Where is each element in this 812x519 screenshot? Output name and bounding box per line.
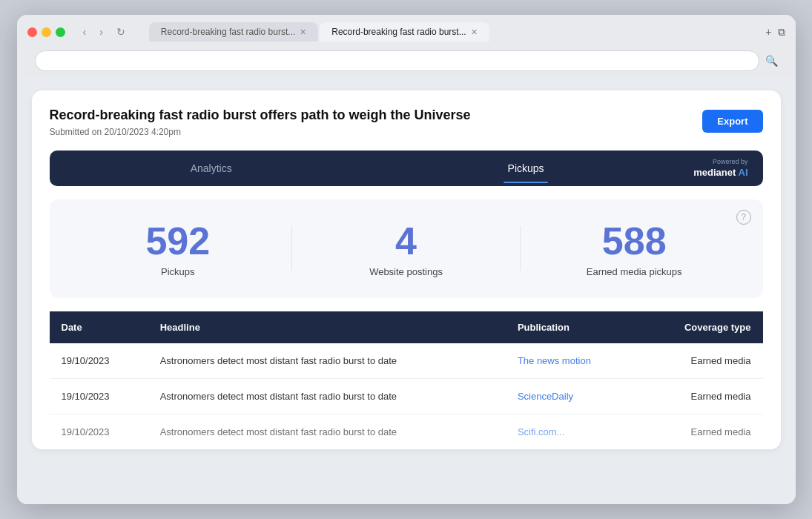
publication-link[interactable]: ScienceDaily bbox=[518, 391, 573, 402]
minimize-button[interactable] bbox=[42, 27, 51, 37]
stat-pickups-label: Pickups bbox=[65, 266, 292, 277]
article-info: Record-breaking fast radio burst offers … bbox=[50, 107, 471, 137]
stat-earned-number: 588 bbox=[521, 220, 748, 262]
powered-by-text: Powered by bbox=[693, 158, 747, 165]
tab-pickups[interactable]: Pickups bbox=[369, 155, 683, 182]
browser-controls: ‹ › ↻ Record-breaking fast radio burst..… bbox=[27, 22, 785, 42]
col-date: Date bbox=[50, 311, 148, 343]
tab-label: Record-breaking fast radio burst... bbox=[161, 27, 295, 37]
stat-pickups-number: 592 bbox=[65, 220, 292, 262]
table-row: 19/10/2023 Astronomers detect most dista… bbox=[50, 414, 763, 449]
browser-nav: ‹ › ↻ bbox=[80, 24, 128, 39]
tab-label-active: Record-breaking fast radio burst... bbox=[331, 27, 466, 37]
col-coverage-type: Coverage type bbox=[639, 311, 763, 343]
cell-publication[interactable]: The news motion bbox=[506, 343, 639, 379]
browser-window: ‹ › ↻ Record-breaking fast radio burst..… bbox=[17, 15, 796, 504]
refresh-button[interactable]: ↻ bbox=[113, 24, 128, 39]
table-row: 19/10/2023 Astronomers detect most dista… bbox=[50, 378, 763, 414]
cell-publication[interactable]: Scifi.com... bbox=[506, 414, 639, 449]
cell-publication[interactable]: ScienceDaily bbox=[506, 378, 639, 414]
stat-website-label: Website postings bbox=[292, 266, 520, 277]
forward-button[interactable]: › bbox=[96, 24, 106, 39]
back-button[interactable]: ‹ bbox=[80, 24, 90, 39]
publication-link[interactable]: The news motion bbox=[518, 355, 591, 366]
tab-close-1[interactable]: ✕ bbox=[300, 27, 306, 37]
address-bar[interactable] bbox=[35, 50, 759, 71]
browser-tab-2[interactable]: Record-breaking fast radio burst... ✕ bbox=[320, 22, 489, 42]
new-tab-button[interactable]: + bbox=[765, 26, 771, 38]
cell-headline: Astronomers detect most distant fast rad… bbox=[148, 343, 506, 379]
article-title: Record-breaking fast radio burst offers … bbox=[50, 107, 471, 124]
stat-earned-label: Earned media pickups bbox=[521, 266, 748, 277]
tab-navigation: Analytics Pickups Powered by medianet AI bbox=[50, 151, 763, 186]
traffic-lights bbox=[27, 27, 65, 37]
browser-tabs: Record-breaking fast radio burst... ✕ Re… bbox=[149, 22, 759, 42]
search-icon[interactable]: 🔍 bbox=[765, 55, 778, 67]
address-bar-row: 🔍 bbox=[27, 46, 785, 77]
stat-earned-media: 588 Earned media pickups bbox=[521, 220, 748, 277]
stat-pickups: 592 Pickups bbox=[65, 220, 292, 277]
cell-coverage-type: Earned media bbox=[639, 378, 763, 414]
col-headline: Headline bbox=[148, 311, 506, 343]
cell-coverage-type: Earned media bbox=[639, 343, 763, 379]
cell-headline: Astronomers detect most distant fast rad… bbox=[148, 378, 506, 414]
table-row: 19/10/2023 Astronomers detect most dista… bbox=[50, 343, 763, 379]
page-card: Record-breaking fast radio burst offers … bbox=[32, 90, 781, 449]
browser-content: Record-breaking fast radio burst offers … bbox=[17, 77, 796, 504]
cell-coverage-type: Earned media bbox=[639, 414, 763, 449]
cell-headline: Astronomers detect most distant fast rad… bbox=[148, 414, 506, 449]
col-publication: Publication bbox=[506, 311, 639, 343]
window-control-button[interactable]: ⧉ bbox=[778, 26, 785, 39]
browser-tab-1[interactable]: Record-breaking fast radio burst... ✕ bbox=[149, 22, 318, 42]
article-subtitle: Submitted on 20/10/2023 4:20pm bbox=[50, 127, 471, 137]
browser-titlebar: ‹ › ↻ Record-breaking fast radio burst..… bbox=[17, 15, 796, 77]
tab-analytics[interactable]: Analytics bbox=[54, 155, 369, 182]
publication-link[interactable]: Scifi.com... bbox=[518, 426, 565, 437]
close-button[interactable] bbox=[27, 27, 37, 37]
cell-date: 19/10/2023 bbox=[50, 343, 148, 379]
pickups-table: Date Headline Publication Coverage type … bbox=[50, 311, 763, 449]
help-icon[interactable]: ? bbox=[736, 210, 751, 225]
brand-name: medianet AI bbox=[693, 167, 747, 178]
export-button[interactable]: Export bbox=[702, 110, 762, 133]
tab-close-2[interactable]: ✕ bbox=[471, 27, 478, 37]
maximize-button[interactable] bbox=[56, 27, 65, 37]
stats-card: ? 592 Pickups 4 Website postings 588 Ear… bbox=[50, 199, 763, 297]
cell-date: 19/10/2023 bbox=[50, 414, 148, 449]
table-header-row: Date Headline Publication Coverage type bbox=[50, 311, 763, 343]
page-header: Record-breaking fast radio burst offers … bbox=[50, 107, 763, 137]
stat-website-number: 4 bbox=[292, 220, 520, 262]
cell-date: 19/10/2023 bbox=[50, 378, 148, 414]
brand-area: Powered by medianet AI bbox=[683, 153, 758, 183]
stat-website-postings: 4 Website postings bbox=[292, 220, 520, 277]
